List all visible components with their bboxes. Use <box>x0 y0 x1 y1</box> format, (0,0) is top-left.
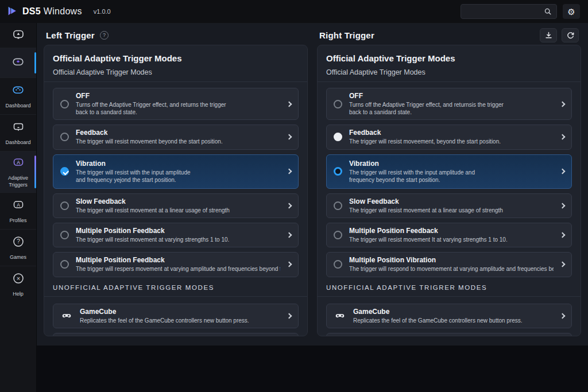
mode-title: OFF <box>76 92 280 100</box>
mode-row-gamecube[interactable]: GameCubeReplicates the feel of the GameC… <box>53 304 299 328</box>
profiles-icon: A <box>11 198 25 214</box>
chevron-right-icon <box>560 232 566 238</box>
mode-description: The trigger will resist movement at vary… <box>76 236 280 243</box>
radio-button[interactable] <box>60 133 69 141</box>
mode-row-galloping[interactable]: GallopingThe trigger will osciiate in a … <box>326 333 572 336</box>
sidebar-item-games[interactable]: ? Games <box>0 230 36 266</box>
mode-row-multiple-position-feedback[interactable]: Multiple Position FeedbackThe trigger wi… <box>53 223 299 247</box>
unofficial-modes-label: UNOFFICIAL ADAPTIVE TRIGGER MODES <box>44 284 307 297</box>
chevron-right-icon <box>560 134 566 140</box>
chevron-right-icon <box>560 101 566 107</box>
radio-button-filled[interactable] <box>334 133 342 141</box>
chevron-right-icon <box>287 313 292 319</box>
search-input[interactable] <box>466 7 544 15</box>
mode-row-galloping[interactable]: GallopingThe trigger will oscilate in a … <box>53 333 299 336</box>
radio-button[interactable] <box>334 260 342 269</box>
sidebar-item-controller-active[interactable] <box>0 48 36 78</box>
svg-text:?: ? <box>17 238 20 244</box>
radio-button[interactable] <box>334 100 342 108</box>
mode-row-multiple-position-vibration[interactable]: Multiple Position VibrationThe trigger w… <box>326 252 572 277</box>
chevron-right-icon <box>560 262 566 267</box>
mode-title: Multiple Position Feedback <box>349 227 554 235</box>
refresh-button[interactable] <box>562 28 579 42</box>
mode-description: The trigger will resist movement It at v… <box>349 236 554 243</box>
mode-title: GameCube <box>80 308 280 316</box>
radio-button-checked[interactable] <box>60 167 69 176</box>
mode-row-feedback[interactable]: FeedbackThe trigger will resist moveemen… <box>326 125 572 149</box>
sidebar-item-dashboard-1[interactable]: Dashboard <box>0 78 36 115</box>
trigger-columns: Left Trigger ? Official Adaptive Trigger… <box>37 23 588 346</box>
gamecube-controller-icon <box>334 309 346 322</box>
mode-description: Replicates the feel of the GameCube cont… <box>353 317 554 324</box>
radio-button[interactable] <box>334 201 342 210</box>
sidebar-item-dashboard-2[interactable]: Dashboard <box>0 115 36 152</box>
svg-text:A: A <box>17 160 20 165</box>
gear-icon: ⚙ <box>567 7 575 16</box>
close-circle-icon: × <box>11 271 25 288</box>
mode-description: The trigger will resist movement at a li… <box>349 207 554 214</box>
official-modes-title: Official Adaptive Trigger Modes <box>53 53 299 63</box>
radio-button[interactable] <box>334 231 342 239</box>
radio-button[interactable] <box>60 231 69 239</box>
app-body: Dashboard Dashboard A Adaptive Triggers … <box>0 23 588 392</box>
gamecube-controller-icon <box>60 309 73 322</box>
question-circle-icon: ? <box>11 235 25 251</box>
search-icon <box>544 7 552 15</box>
mode-title: Slow Feedback <box>76 197 280 205</box>
app-version: v1.0.0 <box>94 8 111 15</box>
radio-button-ring[interactable] <box>334 167 342 176</box>
chevron-right-icon <box>287 169 292 174</box>
right-trigger-column: Right Trigger <box>317 26 581 336</box>
sidebar-item-help[interactable]: × Help <box>0 266 36 303</box>
sidebar-item-controller-top[interactable] <box>0 23 36 48</box>
mode-row-off[interactable]: OFFTurns off the Adaptive Trigger effect… <box>326 88 572 120</box>
refresh-icon <box>566 31 575 40</box>
chevron-right-icon <box>560 203 566 209</box>
right-trigger-header: Right Trigger <box>317 26 581 45</box>
controller-eject-icon <box>11 28 25 44</box>
radio-button[interactable] <box>60 260 69 269</box>
mode-row-gamecube[interactable]: GameCubeReplicates the feel of the GameC… <box>326 304 572 328</box>
app-window: DS5 Windows v1.0.0 ⚙ <box>0 0 588 392</box>
svg-text:A: A <box>17 202 20 208</box>
mode-title: OFF <box>349 92 554 100</box>
left-trigger-title: Left Trigger <box>46 30 95 40</box>
mode-row-multiple-position-feedback-2[interactable]: Multiple Position FeedbackThe trigger wi… <box>53 252 299 277</box>
right-trigger-title: Right Trigger <box>319 30 374 40</box>
sidebar-item-label: Games <box>8 254 28 261</box>
official-modes-title: Official Adaptive Trigger Modes <box>326 53 572 63</box>
mode-description: The trigger will resist with the input a… <box>349 169 554 184</box>
sidebar-item-label: Profiles <box>7 217 28 224</box>
sidebar-item-profiles[interactable]: A Profiles <box>0 193 36 230</box>
active-accent-bar <box>34 156 36 188</box>
gamepad-blue-icon <box>11 83 25 99</box>
title-bar: DS5 Windows v1.0.0 ⚙ <box>0 0 588 23</box>
mode-description: The trigger will resist with the input a… <box>76 169 280 184</box>
mode-description: Turns off the Adaptive Trigger effect, a… <box>349 101 554 116</box>
mode-row-feedback[interactable]: FeedbackThe trigger will resist movement… <box>53 125 299 149</box>
mode-row-slow-feedback[interactable]: Slow FeedbackThe trigger will resist mov… <box>53 193 299 218</box>
help-icon[interactable]: ? <box>100 31 109 40</box>
mode-row-multiple-position-feedback[interactable]: Multiple Position FeedbackThe trigger wi… <box>326 223 572 247</box>
settings-button[interactable]: ⚙ <box>563 4 580 19</box>
mode-title: Feedback <box>349 129 554 137</box>
download-button[interactable] <box>540 28 557 42</box>
left-trigger-panel: Official Adaptive Trigger Modes Official… <box>44 45 308 336</box>
right-trigger-panel: Official Adaptive Trigger Modes Official… <box>317 45 581 336</box>
mode-title: Feedback <box>76 129 280 137</box>
mode-title: GameCube <box>353 308 554 316</box>
mode-description: Turns off the Adaptive Trigger effect, a… <box>76 101 280 116</box>
chevron-right-icon <box>287 101 292 107</box>
search-box[interactable] <box>461 4 557 19</box>
mode-row-vibration-selected[interactable]: VibrationThe trigger will resist with th… <box>326 154 572 189</box>
empty-background <box>37 346 588 392</box>
mode-row-off[interactable]: OFFTurns off the Adaptive Trigger effect… <box>53 88 299 120</box>
mode-title: Vibration <box>76 160 280 168</box>
radio-button[interactable] <box>60 100 69 108</box>
mode-row-slow-feedback[interactable]: Slow FeedbackThe trigger will resist mov… <box>326 193 572 218</box>
official-modes-subtitle: Official Adaptive Trigger Modes <box>44 68 307 82</box>
sidebar-item-adaptive-triggers[interactable]: A Adaptive Triggers <box>0 152 36 193</box>
mode-row-vibration-selected[interactable]: VibrationThe trigger will resist with th… <box>53 154 299 189</box>
left-trigger-header: Left Trigger ? <box>44 26 308 45</box>
radio-button[interactable] <box>60 201 69 210</box>
